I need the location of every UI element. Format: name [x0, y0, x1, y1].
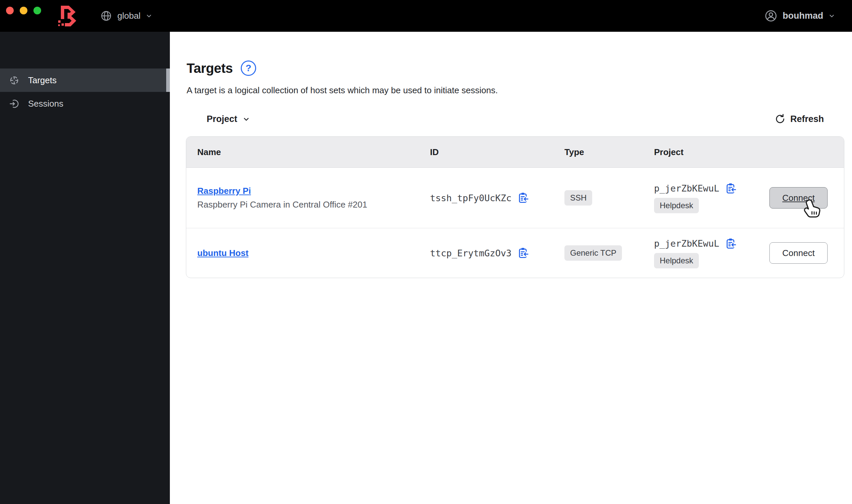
- sidebar: Targets Sessions: [0, 32, 170, 504]
- target-id-cell: tssh_tpFy0UcKZc: [419, 192, 553, 203]
- copy-target-id-button[interactable]: [517, 247, 529, 259]
- user-menu[interactable]: bouhmad: [764, 9, 836, 23]
- clipboard-copy-icon: [517, 192, 529, 203]
- sidebar-scrollbar[interactable]: [166, 69, 170, 92]
- column-header-id: ID: [419, 147, 553, 158]
- target-name-cell: ubuntu Host: [186, 248, 419, 258]
- targets-table: Name ID Type Project Raspberry Pi Raspbe…: [186, 137, 844, 278]
- type-badge: Generic TCP: [565, 245, 622, 261]
- sidebar-item-sessions[interactable]: Sessions: [0, 92, 170, 115]
- help-button[interactable]: ?: [241, 60, 256, 76]
- project-id: p_jerZbKEwuL: [654, 238, 719, 249]
- sidebar-nav: Targets Sessions: [0, 32, 170, 115]
- window-minimize-button[interactable]: [20, 7, 28, 14]
- globe-icon: [100, 10, 112, 22]
- page-description: A target is a logical collection of host…: [187, 85, 852, 95]
- table-row: Raspberry Pi Raspberry Pi Camera in Cent…: [186, 168, 844, 228]
- target-name-cell: Raspberry Pi Raspberry Pi Camera in Cent…: [186, 186, 419, 210]
- copy-project-id-button[interactable]: [725, 183, 736, 194]
- project-cell: p_jerZbKEwuL Helpdesk: [643, 183, 764, 213]
- project-name-badge: Helpdesk: [654, 198, 699, 213]
- target-description: Raspberry Pi Camera in Central Office #2…: [197, 199, 419, 210]
- clipboard-copy-icon: [725, 183, 736, 194]
- window-zoom-button[interactable]: [33, 7, 41, 14]
- type-badge: SSH: [565, 190, 592, 205]
- column-header-type: Type: [553, 147, 643, 158]
- topbar: global bouhmad: [0, 0, 852, 32]
- target-type-cell: Generic TCP: [553, 245, 643, 261]
- sidebar-item-label: Sessions: [28, 98, 64, 109]
- question-mark-icon: ?: [245, 64, 251, 73]
- target-type-cell: SSH: [553, 190, 643, 205]
- refresh-icon: [775, 114, 785, 124]
- table-row: ubuntu Host ttcp_ErytmGzOv3: [186, 228, 844, 278]
- column-header-project: Project: [643, 147, 764, 158]
- main-content: Targets ? A target is a logical collecti…: [170, 32, 852, 504]
- chevron-down-icon: [828, 12, 835, 19]
- copy-target-id-button[interactable]: [517, 192, 529, 203]
- project-id: p_jerZbKEwuL: [654, 183, 719, 194]
- clipboard-copy-icon: [725, 238, 736, 249]
- target-id: ttcp_ErytmGzOv3: [430, 248, 512, 258]
- page-header: Targets ?: [187, 60, 852, 76]
- refresh-label: Refresh: [790, 114, 824, 124]
- refresh-button[interactable]: Refresh: [775, 114, 824, 124]
- actions-cell: Connect: [764, 242, 844, 264]
- project-name-badge: Helpdesk: [654, 253, 699, 268]
- chevron-down-icon: [145, 12, 153, 19]
- target-id: tssh_tpFy0UcKZc: [430, 193, 512, 203]
- copy-project-id-button[interactable]: [725, 238, 736, 249]
- toolbar: Project Refresh: [187, 114, 852, 124]
- window-close-button[interactable]: [6, 7, 14, 14]
- clipboard-copy-icon: [517, 247, 529, 259]
- connect-button[interactable]: Connect: [769, 187, 828, 209]
- user-label: bouhmad: [783, 11, 823, 21]
- project-cell: p_jerZbKEwuL Helpdesk: [643, 238, 764, 268]
- target-icon: [9, 75, 19, 86]
- connect-button[interactable]: Connect: [769, 242, 828, 264]
- boundary-logo-icon: [57, 5, 78, 27]
- page-title: Targets: [187, 61, 233, 76]
- scope-switcher[interactable]: global: [100, 10, 153, 22]
- actions-cell: Connect: [764, 187, 844, 209]
- app-window: global bouhmad Target: [0, 0, 852, 504]
- target-id-cell: ttcp_ErytmGzOv3: [419, 247, 553, 259]
- window-controls: [6, 7, 41, 14]
- sidebar-item-label: Targets: [28, 75, 56, 86]
- target-name-link[interactable]: Raspberry Pi: [197, 186, 251, 196]
- project-filter-dropdown[interactable]: Project: [207, 114, 250, 124]
- scope-label: global: [117, 11, 140, 21]
- sidebar-item-targets[interactable]: Targets: [0, 69, 170, 92]
- column-header-name: Name: [186, 147, 419, 158]
- project-filter-label: Project: [207, 114, 237, 124]
- session-icon: [9, 98, 19, 109]
- chevron-down-icon: [243, 115, 250, 123]
- user-circle-icon: [764, 9, 778, 23]
- target-name-link[interactable]: ubuntu Host: [197, 248, 248, 258]
- table-header-row: Name ID Type Project: [186, 137, 844, 168]
